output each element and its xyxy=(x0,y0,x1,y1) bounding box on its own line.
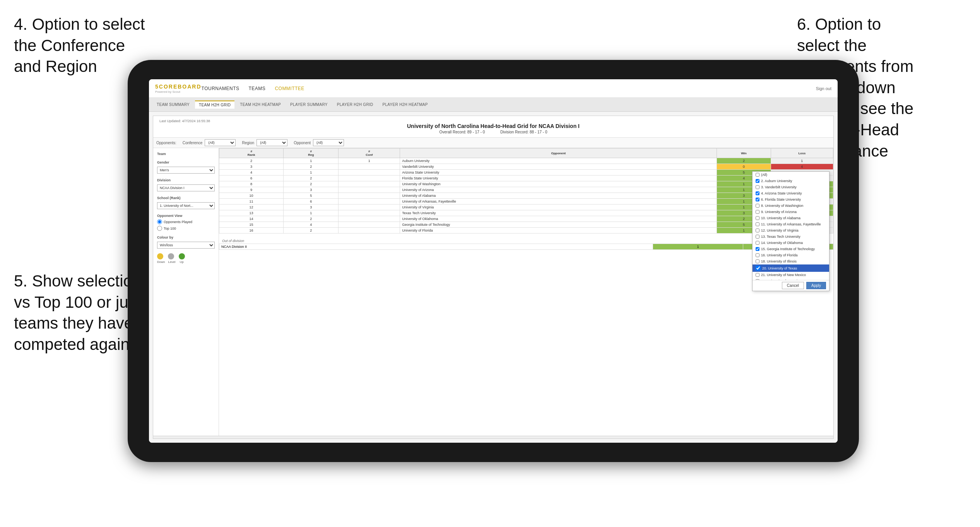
sidebar: Team Gender Men's Division NCAA Division… xyxy=(153,148,219,436)
opponent-select[interactable]: (All) xyxy=(313,139,344,146)
tab-team-summary[interactable]: TEAM SUMMARY xyxy=(153,101,193,108)
cell-opponent: University of Virginia xyxy=(400,205,717,210)
sidebar-opponent-view: Opponent View Opponents Played Top 100 xyxy=(157,214,215,231)
dropdown-item[interactable]: 8. University of Washington xyxy=(753,203,829,209)
conference-select[interactable]: (All) xyxy=(205,139,236,146)
dropdown-item[interactable]: 14. University of Oklahoma xyxy=(753,240,829,246)
table-row: 4 1 Arizona State University 5 1 xyxy=(219,170,833,176)
cell-rank: 16 xyxy=(219,228,284,234)
sidebar-colour-by: Colour by Win/loss xyxy=(157,235,215,249)
dropdown-item[interactable]: 11. University of Arkansas, Fayetteville xyxy=(753,221,829,227)
dropdown-item[interactable]: 4. Arizona State University xyxy=(753,190,829,196)
nav-logo: 5COREBOARD Powered by Scout xyxy=(155,83,202,94)
out-of-division: Out of division NCAA Division II 1 0 xyxy=(219,237,833,251)
up-dot xyxy=(179,253,185,259)
cell-conf xyxy=(339,187,400,193)
opponent-view-label: Opponent View xyxy=(157,214,215,218)
cell-rank: 9 xyxy=(219,187,284,193)
region-label: Region xyxy=(242,141,254,145)
col-conf: #Conf xyxy=(339,148,400,158)
school-select[interactable]: 1. University of Nort... xyxy=(157,202,215,209)
cell-reg: 3 xyxy=(284,187,339,193)
radio-group: Opponents Played Top 100 xyxy=(157,219,215,231)
cell-conf xyxy=(339,193,400,199)
dropdown-item[interactable]: 21. University of New Mexico xyxy=(753,272,829,278)
nav-signout[interactable]: Sign out xyxy=(816,86,831,91)
ncaa-div2-win: 1 xyxy=(653,244,743,250)
cell-conf xyxy=(339,199,400,205)
dropdown-item[interactable]: 6. Florida State University xyxy=(753,196,829,203)
main-content: Last Updated: 4/7/2024 16:55:38 Universi… xyxy=(149,112,838,443)
table-row: 8 2 University of Washington 1 0 xyxy=(219,181,833,187)
nav-teams[interactable]: TEAMS xyxy=(249,86,266,91)
dropdown-item[interactable]: (All) xyxy=(753,172,829,178)
apply-button[interactable]: Apply xyxy=(806,282,826,289)
cell-conf: 1 xyxy=(339,158,400,164)
radio-top100[interactable]: Top 100 xyxy=(157,226,215,231)
cell-conf xyxy=(339,205,400,210)
dropdown-item[interactable]: 20. University of Texas xyxy=(753,264,829,272)
color-legend: Down Level Up xyxy=(157,253,215,264)
tab-player-h2h-grid[interactable]: PLAYER H2H GRID xyxy=(333,101,377,108)
cell-reg: 1 xyxy=(284,158,339,164)
cell-opponent: Auburn University xyxy=(400,158,717,164)
report-header: Last Updated: 4/7/2024 16:55:38 Universi… xyxy=(153,116,833,138)
dropdown-item[interactable]: 10. University of Alabama xyxy=(753,215,829,221)
tab-h2h-heatmap[interactable]: TEAM H2H HEATMAP xyxy=(236,101,285,108)
table-container: Last Updated: 4/7/2024 16:55:38 Universi… xyxy=(153,116,834,439)
nav-tournaments[interactable]: TOURNAMENTS xyxy=(202,86,239,91)
dropdown-item[interactable]: 15. Georgia Institute of Technology xyxy=(753,246,829,252)
gender-select[interactable]: Men's xyxy=(157,167,215,174)
col-opponent: Opponent xyxy=(400,148,717,158)
cell-conf xyxy=(339,164,400,170)
dropdown-item[interactable]: 12. University of Virginia xyxy=(753,227,829,234)
dropdown-item[interactable]: 16. University of Florida xyxy=(753,252,829,258)
cell-opponent: University of Alabama xyxy=(400,193,717,199)
cell-win: 2 xyxy=(717,158,771,164)
division-select[interactable]: NCAA Division I xyxy=(157,184,215,191)
cell-reg: 5 xyxy=(284,193,339,199)
overall-record: Overall Record: 89 - 17 - 0 xyxy=(440,130,485,134)
cell-conf xyxy=(339,181,400,187)
dropdown-item[interactable]: 13. Texas Tech University xyxy=(753,234,829,240)
report-title: University of North Carolina Head-to-Hea… xyxy=(159,123,827,129)
cell-rank: 14 xyxy=(219,216,284,222)
cell-opponent: Arizona State University xyxy=(400,170,717,176)
division-record: Division Record: 88 - 17 - 0 xyxy=(500,130,547,134)
cell-rank: 10 xyxy=(219,193,284,199)
opponent-dropdown[interactable]: (All) 2. Auburn University 3. Vanderbilt… xyxy=(752,171,829,291)
tab-h2h-grid[interactable]: TEAM H2H GRID xyxy=(195,101,234,109)
table-row: 11 6 University of Arkansas, Fayettevill… xyxy=(219,199,833,205)
team-label: Team xyxy=(157,152,215,156)
region-select[interactable]: (All) xyxy=(257,139,287,146)
table-row: 13 1 Texas Tech University 3 0 xyxy=(219,210,833,216)
dropdown-footer: Cancel Apply xyxy=(753,280,829,291)
cell-rank: 13 xyxy=(219,210,284,216)
colour-by-label: Colour by xyxy=(157,235,215,239)
tab-bar: TEAM SUMMARY TEAM H2H GRID TEAM H2H HEAT… xyxy=(149,98,838,112)
cell-rank: 8 xyxy=(219,181,284,187)
sidebar-team: Team xyxy=(157,152,215,156)
cell-rank: 4 xyxy=(219,170,284,176)
dropdown-item[interactable]: 9. University of Arizona xyxy=(753,209,829,215)
table-header-row: #Rank #Reg #Conf Opponent Win Loss xyxy=(219,148,833,158)
cancel-button[interactable]: Cancel xyxy=(782,282,804,289)
cell-opponent: Georgia Institute of Technology xyxy=(400,222,717,228)
table-row: 10 5 University of Alabama 3 0 xyxy=(219,193,833,199)
annotation-top-left: 4. Option to select the Conference and R… xyxy=(14,14,145,77)
tab-player-h2h-heatmap[interactable]: PLAYER H2H HEATMAP xyxy=(379,101,432,108)
colour-by-select[interactable]: Win/loss xyxy=(157,242,215,249)
nav-committee[interactable]: COMMITTEE xyxy=(275,86,304,91)
dropdown-item[interactable]: 3. Vanderbilt University xyxy=(753,184,829,190)
division-label: Division xyxy=(157,178,215,182)
radio-opponents-played[interactable]: Opponents Played xyxy=(157,219,215,224)
dropdown-item[interactable]: 18. University of Illinois xyxy=(753,258,829,264)
cell-opponent: Vanderbilt University xyxy=(400,164,717,170)
legend-up: Up xyxy=(179,253,185,264)
sidebar-gender: Gender Men's xyxy=(157,160,215,174)
cell-reg: 2 xyxy=(284,181,339,187)
tab-player-summary[interactable]: PLAYER SUMMARY xyxy=(286,101,332,108)
table-row: 3 2 Vanderbilt University 0 4 xyxy=(219,164,833,170)
dropdown-item[interactable]: 2. Auburn University xyxy=(753,178,829,184)
cell-opponent: Texas Tech University xyxy=(400,210,717,216)
